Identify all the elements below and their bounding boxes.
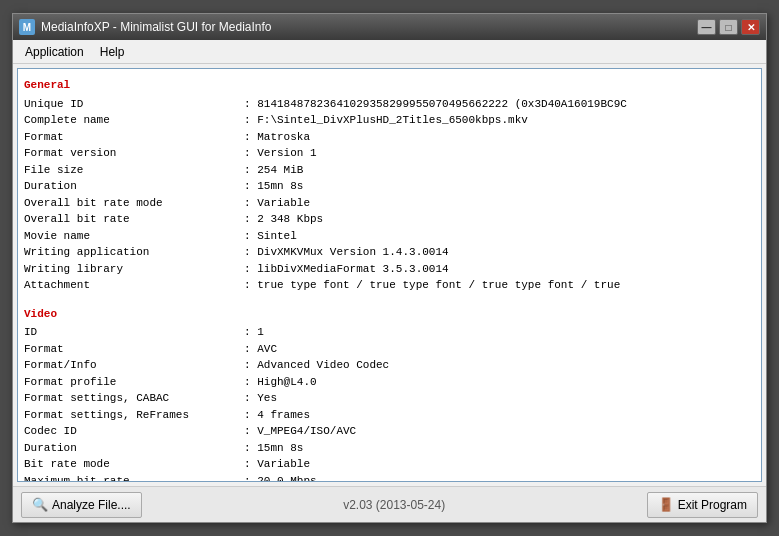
list-item: Format version : Version 1: [24, 145, 755, 162]
field-key: Format settings, ReFrames: [24, 407, 244, 424]
field-val: : 20.0 Mbps: [244, 473, 317, 483]
list-item: Duration : 15mn 8s: [24, 178, 755, 195]
field-val: : Matroska: [244, 129, 310, 146]
field-val: : DivXMKVMux Version 1.4.3.0014: [244, 244, 449, 261]
field-key: Format: [24, 129, 244, 146]
field-val: : AVC: [244, 341, 277, 358]
exit-button[interactable]: 🚪 Exit Program: [647, 492, 758, 518]
field-key: Format/Info: [24, 357, 244, 374]
field-val: : true type font / true type font / true…: [244, 277, 620, 294]
maximize-button[interactable]: □: [719, 19, 738, 35]
field-key: Overall bit rate mode: [24, 195, 244, 212]
field-val: : Variable: [244, 456, 310, 473]
list-item: ID : 1: [24, 324, 755, 341]
menu-bar: Application Help: [13, 40, 766, 64]
video-header: Video: [24, 306, 755, 323]
field-key: Format: [24, 341, 244, 358]
field-val: : 15mn 8s: [244, 440, 303, 457]
list-item: Complete name : F:\Sintel_DivXPlusHD_2Ti…: [24, 112, 755, 129]
field-val: : Advanced Video Codec: [244, 357, 389, 374]
field-key: File size: [24, 162, 244, 179]
list-item: Format settings, ReFrames : 4 frames: [24, 407, 755, 424]
list-item: Format : AVC: [24, 341, 755, 358]
field-val: : V_MPEG4/ISO/AVC: [244, 423, 356, 440]
field-val: : 1: [244, 324, 264, 341]
field-val: : 81418487823641029358299955070495662222…: [244, 96, 627, 113]
list-item: Overall bit rate mode : Variable: [24, 195, 755, 212]
title-bar: M MediaInfoXP - Minimalist GUI for Media…: [13, 14, 766, 40]
minimize-button[interactable]: —: [697, 19, 716, 35]
field-key: Complete name: [24, 112, 244, 129]
field-val: : Sintel: [244, 228, 297, 245]
list-item: Maximum bit rate : 20.0 Mbps: [24, 473, 755, 483]
field-val: : Yes: [244, 390, 277, 407]
app-icon: M: [19, 19, 35, 35]
field-key: Format version: [24, 145, 244, 162]
menu-help[interactable]: Help: [92, 43, 133, 61]
content-area: General Unique ID : 81418487823641029358…: [13, 64, 766, 486]
list-item: Writing library : libDivXMediaFormat 3.5…: [24, 261, 755, 278]
exit-icon: 🚪: [658, 497, 674, 513]
list-item: File size : 254 MiB: [24, 162, 755, 179]
list-item: Unique ID : 8141848782364102935829995507…: [24, 96, 755, 113]
field-val: : 4 frames: [244, 407, 310, 424]
window-title: MediaInfoXP - Minimalist GUI for MediaIn…: [41, 20, 272, 34]
exit-btn-label: Exit Program: [678, 498, 747, 512]
list-item: Bit rate mode : Variable: [24, 456, 755, 473]
field-key: Writing library: [24, 261, 244, 278]
field-val: : F:\Sintel_DivXPlusHD_2Titles_6500kbps.…: [244, 112, 528, 129]
field-val: : libDivXMediaFormat 3.5.3.0014: [244, 261, 449, 278]
menu-application[interactable]: Application: [17, 43, 92, 61]
info-box[interactable]: General Unique ID : 81418487823641029358…: [17, 68, 762, 482]
field-key: Overall bit rate: [24, 211, 244, 228]
close-button[interactable]: ✕: [741, 19, 760, 35]
list-item: Format : Matroska: [24, 129, 755, 146]
field-val: : Variable: [244, 195, 310, 212]
field-key: ID: [24, 324, 244, 341]
field-val: : 15mn 8s: [244, 178, 303, 195]
field-key: Format settings, CABAC: [24, 390, 244, 407]
list-item: Movie name : Sintel: [24, 228, 755, 245]
list-item: Format/Info : Advanced Video Codec: [24, 357, 755, 374]
field-val: : Version 1: [244, 145, 317, 162]
field-val: : High@L4.0: [244, 374, 317, 391]
field-key: Duration: [24, 440, 244, 457]
analyze-button[interactable]: 🔍 Analyze File....: [21, 492, 142, 518]
main-window: M MediaInfoXP - Minimalist GUI for Media…: [12, 13, 767, 523]
field-key: Movie name: [24, 228, 244, 245]
field-key: Bit rate mode: [24, 456, 244, 473]
list-item: Writing application : DivXMKVMux Version…: [24, 244, 755, 261]
analyze-icon: 🔍: [32, 497, 48, 513]
list-item: Duration : 15mn 8s: [24, 440, 755, 457]
field-key: Maximum bit rate: [24, 473, 244, 483]
title-buttons: — □ ✕: [697, 19, 760, 35]
title-bar-left: M MediaInfoXP - Minimalist GUI for Media…: [19, 19, 272, 35]
version-label: v2.03 (2013-05-24): [343, 498, 445, 512]
field-key: Unique ID: [24, 96, 244, 113]
field-key: Attachment: [24, 277, 244, 294]
footer: 🔍 Analyze File.... v2.03 (2013-05-24) 🚪 …: [13, 486, 766, 522]
list-item: Format settings, CABAC : Yes: [24, 390, 755, 407]
field-val: : 254 MiB: [244, 162, 303, 179]
field-key: Writing application: [24, 244, 244, 261]
list-item: Attachment : true type font / true type …: [24, 277, 755, 294]
list-item: Overall bit rate : 2 348 Kbps: [24, 211, 755, 228]
field-val: : 2 348 Kbps: [244, 211, 323, 228]
field-key: Duration: [24, 178, 244, 195]
list-item: Codec ID : V_MPEG4/ISO/AVC: [24, 423, 755, 440]
field-key: Codec ID: [24, 423, 244, 440]
analyze-btn-label: Analyze File....: [52, 498, 131, 512]
general-header: General: [24, 77, 755, 94]
list-item: Format profile : High@L4.0: [24, 374, 755, 391]
field-key: Format profile: [24, 374, 244, 391]
